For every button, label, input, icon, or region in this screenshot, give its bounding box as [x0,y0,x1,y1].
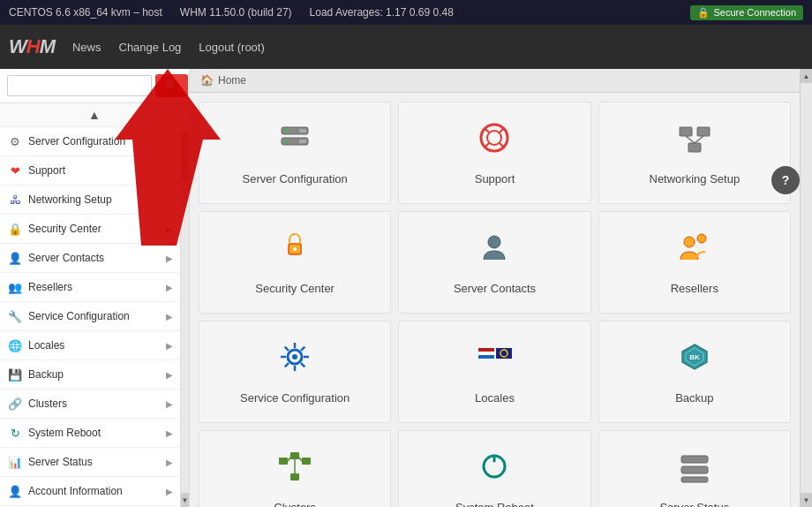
svg-point-23 [292,354,297,359]
svg-line-29 [301,363,304,367]
scroll-up-btn-right[interactable]: ▲ [801,69,812,83]
locales-card-label: Locales [475,391,515,405]
content-area: 🏠 Home Server Configuration Support Netw… [190,69,800,507]
svg-rect-40 [290,452,299,459]
breadcrumb: 🏠 Home [190,69,800,93]
svg-point-2 [284,129,288,132]
locales-card-icon [477,339,512,382]
svg-line-15 [686,136,695,143]
svg-line-16 [695,136,703,143]
server-configuration-card[interactable]: Server Configuration [199,102,391,204]
sidebar-item-resellers[interactable]: 👥 Resellers ▶ [0,273,180,302]
backup-card-label: Backup [675,391,713,405]
scroll-down-btn-right[interactable]: ▼ [801,493,812,507]
sidebar-item-backup[interactable]: 💾 Backup ▶ [0,360,180,390]
networking-setup-card[interactable]: Networking Setup [598,102,791,204]
svg-rect-33 [478,348,494,352]
locales-label: Locales [28,339,166,352]
sidebar-item-clusters[interactable]: 🔗 Clusters ▶ [0,390,180,419]
networking-setup-card-label: Networking Setup [650,172,741,185]
svg-rect-42 [290,473,299,481]
resellers-card[interactable]: Resellers [598,211,791,314]
server-status-card[interactable]: Server Status [598,430,791,507]
sidebar: 🔍 ▲ ⚙ Server Configuration ❤ Support 🖧 N… [0,69,190,507]
scroll-down-btn[interactable]: ▼ [181,493,189,507]
content-scrollbar[interactable]: ▲ ▼ [800,69,812,507]
breadcrumb-home: Home [218,74,246,87]
server-configuration-label: Server Configuration [28,135,173,148]
news-nav-link[interactable]: News [72,41,102,54]
search-input[interactable] [7,75,152,96]
scroll-track-right [801,83,812,493]
svg-rect-48 [681,456,708,463]
sidebar-item-system-reboot[interactable]: ↻ System Reboot ▶ [0,419,180,448]
grid-row: Clusters System Reboot Server Status [199,430,791,507]
nav-bar: WHM News Change Log Logout (root) [0,25,812,69]
svg-rect-14 [688,143,701,152]
svg-line-43 [288,458,290,461]
server-configuration-card-icon [277,120,312,163]
chevron-right-icon: ▶ [166,224,173,234]
backup-card[interactable]: BK Backup [598,321,791,423]
server-contacts-card[interactable]: Server Contacts [398,211,590,314]
clusters-icon: 🔗 [7,396,23,412]
security-center-card[interactable]: Security Center [199,211,391,314]
sidebar-item-service-configuration[interactable]: 🔧 Service Configuration ▶ [0,302,180,331]
networking-setup-icon: 🖧 [7,192,23,208]
support-card[interactable]: Support [398,102,590,204]
backup-label: Backup [28,368,166,381]
server-status-card-icon [677,449,712,492]
lock-icon: 🔒 [697,7,710,19]
sidebar-scroll-up-button[interactable]: ▲ [0,103,189,127]
version-info: WHM 11.50.0 (build 27) [180,6,292,19]
support-label: Support [28,164,173,177]
system-reboot-card[interactable]: System Reboot [398,430,590,507]
sidebar-item-server-configuration[interactable]: ⚙ Server Configuration [0,127,180,156]
svg-point-19 [488,236,500,248]
sidebar-item-networking-setup[interactable]: 🖧 Networking Setup [0,185,180,215]
server-configuration-icon: ⚙ [7,133,23,149]
sidebar-item-server-status[interactable]: 📊 Server Status ▶ [0,448,180,477]
resellers-label: Resellers [28,281,166,293]
sidebar-scrollbar[interactable]: ▼ [180,127,189,507]
changelog-nav-link[interactable]: Change Log [119,41,182,54]
clusters-card[interactable]: Clusters [199,430,391,507]
networking-setup-card-icon [677,120,712,163]
help-icon: ? [782,173,790,187]
svg-line-31 [285,363,289,367]
logout-nav-link[interactable]: Logout (root) [199,41,264,54]
chevron-right-icon: ▶ [166,283,173,292]
svg-line-10 [485,143,489,148]
search-button[interactable]: 🔍 [155,74,188,97]
svg-point-20 [684,237,695,247]
svg-rect-49 [681,466,708,473]
sidebar-item-support[interactable]: ❤ Support [0,156,180,185]
sidebar-item-server-contacts[interactable]: 👤 Server Contacts ▶ [0,244,180,273]
security-center-label: Security Center [28,223,166,235]
svg-rect-12 [680,127,692,136]
svg-rect-4 [299,129,306,132]
chevron-right-icon: ▶ [166,254,173,263]
svg-line-30 [301,347,304,351]
service-configuration-icon: 🔧 [7,308,23,324]
grid-row: Server Configuration Support Networking … [199,102,791,204]
server-contacts-label: Server Contacts [28,252,166,264]
sidebar-item-security-center[interactable]: 🔒 Security Center ▶ [0,215,180,244]
help-button[interactable]: ? [771,166,800,194]
sidebar-item-locales[interactable]: 🌐 Locales ▶ [0,331,180,360]
svg-line-11 [500,143,504,148]
sidebar-item-account-information[interactable]: 👤 Account Information ▶ [0,477,180,506]
system-reboot-label: System Reboot [28,427,166,439]
service-configuration-card[interactable]: Service Configuration [199,321,391,423]
service-configuration-card-icon [277,339,312,382]
server-contacts-icon: 👤 [7,250,23,266]
chevron-right-icon: ▶ [166,428,173,438]
sidebar-items: ⚙ Server Configuration ❤ Support 🖧 Netwo… [0,127,180,507]
svg-line-28 [285,347,289,351]
account-information-label: Account Information [28,485,166,497]
svg-rect-35 [478,355,494,359]
server-configuration-card-label: Server Configuration [243,172,348,185]
support-icon: ❤ [7,163,23,178]
svg-point-3 [284,140,288,143]
locales-card[interactable]: Locales [398,321,590,423]
